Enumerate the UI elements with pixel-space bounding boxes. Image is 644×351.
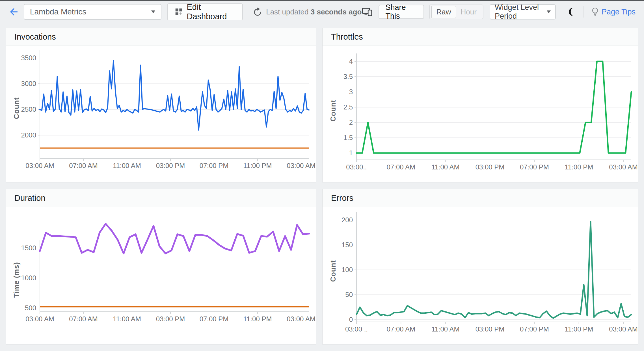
- share-this-button[interactable]: Share This: [379, 5, 424, 19]
- chevron-down-icon: [547, 10, 551, 13]
- refresh-button[interactable]: [253, 7, 262, 17]
- widget-level-period-select[interactable]: Widget Level Period: [490, 4, 556, 20]
- last-updated-text: Last updated 3 seconds ago: [266, 8, 362, 16]
- last-updated-value: 3 seconds ago: [311, 8, 362, 16]
- duration-title: Duration: [6, 189, 316, 207]
- edit-dashboard-label: Edit Dashboard: [187, 3, 235, 21]
- throttles-panel: Throttles 43.532.521.5103:00..07:00 AM11…: [322, 28, 638, 182]
- svg-text:3000: 3000: [21, 80, 36, 87]
- svg-text:0: 0: [349, 316, 353, 323]
- svg-text:1: 1: [349, 149, 353, 157]
- chevron-down-icon: [151, 10, 155, 13]
- granularity-option-hour[interactable]: Hour: [456, 6, 481, 18]
- throttles-chart[interactable]: 43.532.521.5103:00..07:00 AM11:00 AM03:0…: [323, 46, 638, 182]
- svg-text:2.5: 2.5: [343, 103, 353, 111]
- svg-text:3: 3: [349, 88, 353, 96]
- widget-level-period-value: Widget Level Period: [495, 3, 547, 21]
- svg-text:2: 2: [349, 119, 353, 126]
- svg-text:11:00 AM: 11:00 AM: [113, 162, 141, 169]
- svg-text:11:00 AM: 11:00 AM: [431, 163, 460, 171]
- dashboard-page: Lambda Metrics Edit Dashboard Last updat…: [0, 0, 644, 351]
- back-button[interactable]: [8, 7, 18, 17]
- svg-text:03:00 PM: 03:00 PM: [156, 315, 185, 323]
- svg-text:Count: Count: [329, 100, 337, 121]
- svg-text:07:00 PM: 07:00 PM: [520, 163, 549, 171]
- duration-panel-header: Duration: [6, 189, 316, 207]
- svg-text:500: 500: [25, 304, 36, 312]
- svg-text:2500: 2500: [21, 105, 36, 113]
- svg-text:11:00 PM: 11:00 PM: [243, 162, 272, 169]
- svg-text:07:00 AM: 07:00 AM: [387, 163, 415, 171]
- dark-mode-toggle[interactable]: [567, 7, 576, 17]
- errors-panel: Errors 20015010050003:00 ..07:00 AM11:00…: [322, 189, 638, 344]
- errors-title: Errors: [323, 189, 638, 207]
- svg-text:07:00 AM: 07:00 AM: [387, 325, 415, 333]
- dashboard-grid-plus-icon: [175, 7, 183, 16]
- svg-text:1500: 1500: [21, 244, 36, 252]
- svg-text:Count: Count: [12, 97, 20, 119]
- invocations-panel-header: Invocations: [6, 28, 316, 46]
- svg-text:07:00 PM: 07:00 PM: [200, 315, 229, 323]
- svg-text:Time (ms): Time (ms): [12, 262, 20, 298]
- toolbar-divider: [584, 6, 584, 18]
- invocations-panel: Invocations 350030002500200003:00 AM07:0…: [6, 28, 316, 182]
- devices-icon: [362, 7, 373, 17]
- svg-text:50: 50: [345, 291, 353, 298]
- svg-text:03:00 AM: 03:00 AM: [25, 315, 54, 323]
- svg-text:03:00..: 03:00..: [346, 163, 367, 171]
- svg-text:03:00 AM: 03:00 AM: [609, 325, 637, 333]
- responsive-preview-button[interactable]: [362, 7, 373, 17]
- top-toolbar: Lambda Metrics Edit Dashboard Last updat…: [0, 2, 644, 22]
- refresh-icon: [253, 7, 262, 17]
- svg-text:03:00 PM: 03:00 PM: [156, 162, 185, 169]
- svg-text:11:00 AM: 11:00 AM: [113, 315, 141, 323]
- page-tips-label: Page Tips: [602, 8, 636, 16]
- dashboard-select-value: Lambda Metrics: [30, 7, 86, 16]
- svg-text:4: 4: [349, 57, 353, 65]
- svg-text:3500: 3500: [21, 54, 36, 62]
- page-tips-link[interactable]: Page Tips: [591, 7, 636, 17]
- throttles-panel-header: Throttles: [323, 28, 638, 46]
- svg-text:11:00 PM: 11:00 PM: [243, 315, 272, 323]
- invocations-chart[interactable]: 350030002500200003:00 AM07:00 AM11:00 AM…: [6, 46, 316, 182]
- errors-chart[interactable]: 20015010050003:00 ..07:00 AM11:00 AM03:0…: [323, 207, 638, 344]
- svg-text:Count: Count: [329, 260, 337, 282]
- svg-text:200: 200: [342, 216, 353, 224]
- lightbulb-icon: [591, 7, 599, 17]
- dashboard-select[interactable]: Lambda Metrics: [24, 4, 161, 20]
- granularity-option-raw[interactable]: Raw: [431, 6, 456, 18]
- svg-text:07:00 AM: 07:00 AM: [69, 315, 98, 323]
- share-this-label: Share This: [385, 3, 417, 21]
- svg-text:1000: 1000: [21, 274, 36, 282]
- errors-panel-header: Errors: [323, 189, 638, 207]
- svg-text:1.5: 1.5: [343, 134, 353, 141]
- duration-panel: Duration 1500100050003:00 AM07:00 AM11:0…: [6, 189, 316, 344]
- edit-dashboard-button[interactable]: Edit Dashboard: [167, 3, 243, 20]
- svg-text:03:00 PM: 03:00 PM: [476, 325, 505, 333]
- svg-text:3.5: 3.5: [343, 73, 353, 80]
- svg-text:03:00 AM: 03:00 AM: [287, 315, 315, 323]
- crescent-moon-icon: [567, 7, 576, 17]
- svg-text:100: 100: [342, 266, 353, 274]
- svg-text:11:00 AM: 11:00 AM: [431, 325, 460, 333]
- granularity-toggle: Raw Hour: [429, 5, 483, 19]
- duration-chart[interactable]: 1500100050003:00 AM07:00 AM11:00 AM03:00…: [6, 207, 316, 344]
- svg-text:11:00 PM: 11:00 PM: [565, 325, 593, 333]
- svg-text:03:00 PM: 03:00 PM: [476, 163, 505, 171]
- svg-text:11:00 PM: 11:00 PM: [565, 163, 593, 171]
- svg-text:03:00 AM: 03:00 AM: [287, 162, 315, 169]
- arrow-left-icon: [8, 7, 18, 17]
- svg-text:07:00 AM: 07:00 AM: [69, 162, 98, 169]
- svg-text:07:00 PM: 07:00 PM: [200, 162, 229, 169]
- svg-text:07:00 PM: 07:00 PM: [520, 325, 549, 333]
- svg-text:03:00 AM: 03:00 AM: [609, 163, 637, 171]
- invocations-title: Invocations: [6, 28, 316, 46]
- svg-text:03:00 ..: 03:00 ..: [345, 325, 368, 333]
- svg-text:150: 150: [342, 241, 353, 249]
- svg-text:03:00 AM: 03:00 AM: [25, 162, 54, 169]
- svg-text:2000: 2000: [21, 131, 36, 139]
- throttles-title: Throttles: [323, 28, 638, 46]
